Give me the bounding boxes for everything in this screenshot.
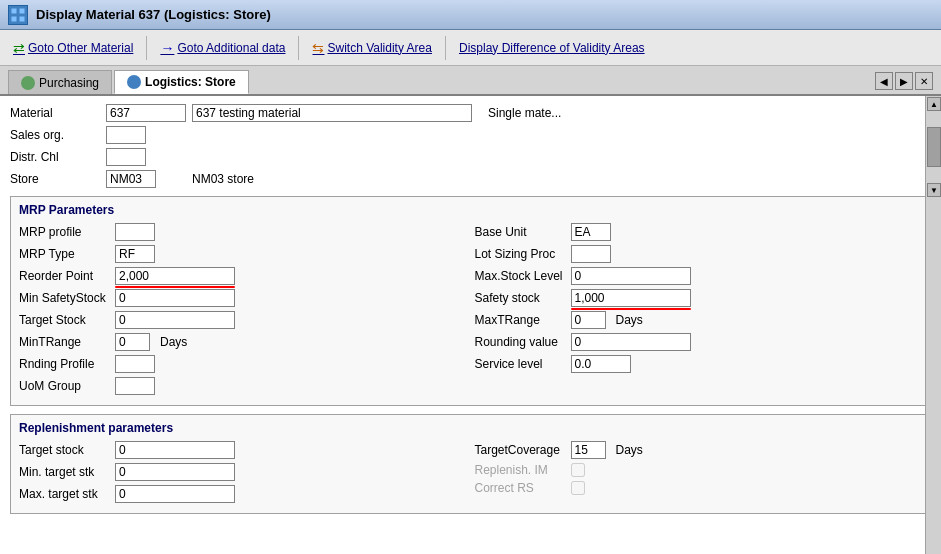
min-safety-stock-label: Min SafetyStock	[19, 291, 109, 305]
distr-chl-label: Distr. Chl	[10, 150, 100, 164]
mrp-profile-input[interactable]	[115, 223, 155, 241]
max-stock-level-row: Max.Stock Level	[475, 267, 911, 285]
svg-rect-3	[19, 16, 25, 22]
svg-rect-1	[19, 8, 25, 14]
rep-target-stock-input[interactable]	[115, 441, 235, 459]
safety-stock-wrapper	[571, 289, 691, 307]
additional-data-icon: →	[160, 40, 174, 56]
separator-1	[146, 36, 147, 60]
material-input[interactable]	[106, 104, 186, 122]
safety-stock-label: Safety stock	[475, 291, 565, 305]
replenish-im-checkbox[interactable]	[571, 463, 585, 477]
min-safety-stock-row: Min SafetyStock	[19, 289, 455, 307]
max-trange-row: MaxTRange Days	[475, 311, 911, 329]
max-target-stk-input[interactable]	[115, 485, 235, 503]
rnding-profile-row: Rnding Profile	[19, 355, 455, 373]
sales-org-label: Sales org.	[10, 128, 100, 142]
min-trange-label: MinTRange	[19, 335, 109, 349]
material-desc-input[interactable]	[192, 104, 472, 122]
mrp-profile-label: MRP profile	[19, 225, 109, 239]
material-row: Material Single mate...	[10, 104, 911, 122]
store-row: Store NM03 store	[10, 170, 911, 188]
uom-group-label: UoM Group	[19, 379, 109, 393]
target-coverage-label: TargetCoverage	[475, 443, 565, 457]
mrp-profile-row: MRP profile	[19, 223, 455, 241]
goto-additional-data-button[interactable]: → Goto Additional data	[153, 36, 292, 60]
replenish-im-row: Replenish. IM	[475, 463, 911, 477]
reorder-point-row: Reorder Point	[19, 267, 455, 285]
replenishment-section-title: Replenishment parameters	[19, 421, 173, 435]
nav-close-arrow[interactable]: ✕	[915, 72, 933, 90]
tab-purchasing[interactable]: Purchasing	[8, 70, 112, 94]
base-unit-row: Base Unit	[475, 223, 911, 241]
switch-validity-area-button[interactable]: ⇆ Switch Validity Area	[305, 36, 439, 60]
scroll-up-button[interactable]: ▲	[927, 97, 941, 111]
max-trange-input[interactable]	[571, 311, 606, 329]
service-level-input[interactable]	[571, 355, 631, 373]
reorder-point-label: Reorder Point	[19, 269, 109, 283]
single-mate-label: Single mate...	[488, 106, 561, 120]
reorder-point-input[interactable]	[115, 267, 235, 285]
max-stock-level-label: Max.Stock Level	[475, 269, 565, 283]
target-stock-input[interactable]	[115, 311, 235, 329]
switch-validity-icon: ⇆	[312, 40, 324, 56]
nav-left-arrow[interactable]: ◀	[875, 72, 893, 90]
max-target-stk-label: Max. target stk	[19, 487, 109, 501]
lot-sizing-proc-row: Lot Sizing Proc	[475, 245, 911, 263]
distr-chl-input[interactable]	[106, 148, 146, 166]
rep-target-stock-row: Target stock	[19, 441, 455, 459]
store-input[interactable]	[106, 170, 156, 188]
min-target-stk-input[interactable]	[115, 463, 235, 481]
mrp-type-row: MRP Type	[19, 245, 455, 263]
correct-rs-row: Correct RS	[475, 481, 911, 495]
goto-other-material-button[interactable]: ⇄ Goto Other Material	[6, 36, 140, 60]
toolbar: ⇄ Goto Other Material → Goto Additional …	[0, 30, 941, 66]
min-target-stk-label: Min. target stk	[19, 465, 109, 479]
scrollbar[interactable]: ▲ ▼	[925, 96, 941, 554]
purchasing-tab-icon	[21, 76, 35, 90]
main-content: ▲ ▼ Material Single mate... Sales org. D…	[0, 96, 941, 554]
max-trange-days-label: Days	[616, 313, 643, 327]
app-icon	[8, 5, 28, 25]
safety-stock-input[interactable]	[571, 289, 691, 307]
uom-group-input[interactable]	[115, 377, 155, 395]
correct-rs-checkbox[interactable]	[571, 481, 585, 495]
scroll-down-button[interactable]: ▼	[927, 183, 941, 197]
min-trange-input[interactable]	[115, 333, 150, 351]
mrp-type-label: MRP Type	[19, 247, 109, 261]
min-trange-row: MinTRange Days	[19, 333, 455, 351]
min-target-stk-row: Min. target stk	[19, 463, 455, 481]
sales-org-row: Sales org.	[10, 126, 911, 144]
base-unit-input[interactable]	[571, 223, 611, 241]
mrp-type-input[interactable]	[115, 245, 155, 263]
store-label: Store	[10, 172, 100, 186]
rep-target-stock-label: Target stock	[19, 443, 109, 457]
window-title: Display Material 637 (Logistics: Store)	[36, 7, 271, 22]
display-difference-button[interactable]: Display Difference of Validity Areas	[452, 37, 652, 59]
distr-chl-row: Distr. Chl	[10, 148, 911, 166]
max-stock-level-input[interactable]	[571, 267, 691, 285]
sales-org-input[interactable]	[106, 126, 146, 144]
target-stock-row: Target Stock	[19, 311, 455, 329]
separator-2	[298, 36, 299, 60]
tab-logistics-store[interactable]: Logistics: Store	[114, 70, 249, 94]
mrp-right-col: Base Unit Lot Sizing Proc Max.Stock Leve…	[475, 223, 911, 399]
tabs-bar: Purchasing Logistics: Store ◀ ▶ ✕	[0, 66, 941, 96]
lot-sizing-proc-input[interactable]	[571, 245, 611, 263]
min-safety-stock-input[interactable]	[115, 289, 235, 307]
rnding-profile-input[interactable]	[115, 355, 155, 373]
title-bar: Display Material 637 (Logistics: Store)	[0, 0, 941, 30]
logistics-tab-icon	[127, 75, 141, 89]
separator-3	[445, 36, 446, 60]
replenishment-right-col: TargetCoverage Days Replenish. IM Correc…	[475, 441, 911, 507]
rounding-value-row: Rounding value	[475, 333, 911, 351]
nav-right-arrow[interactable]: ▶	[895, 72, 913, 90]
scroll-thumb[interactable]	[927, 127, 941, 167]
rounding-value-input[interactable]	[571, 333, 691, 351]
rnding-profile-label: Rnding Profile	[19, 357, 109, 371]
min-trange-days-label: Days	[160, 335, 187, 349]
target-coverage-input[interactable]	[571, 441, 606, 459]
replenishment-section: Replenishment parameters Target stock Mi…	[10, 414, 931, 514]
max-trange-label: MaxTRange	[475, 313, 565, 327]
material-label: Material	[10, 106, 100, 120]
